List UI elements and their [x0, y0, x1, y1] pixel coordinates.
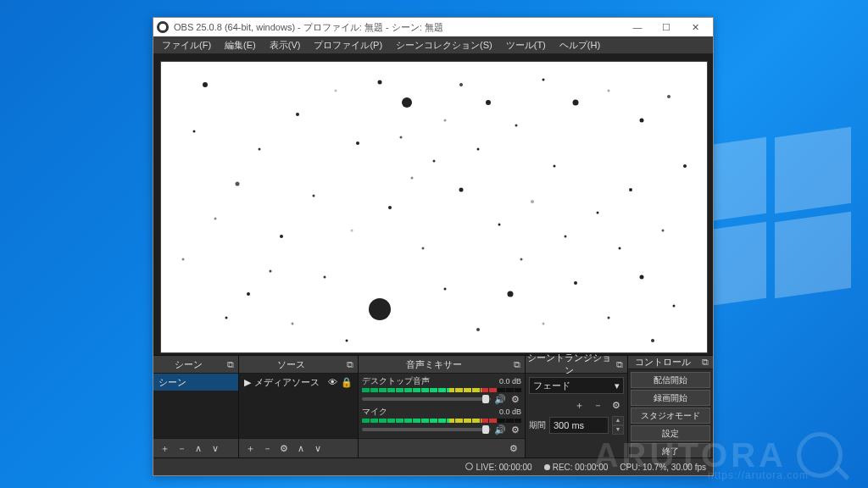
controls-title: コントロール — [628, 356, 698, 369]
watermark: ARUTORA https://arutora.com — [594, 432, 843, 478]
add-scene-button[interactable]: ＋ — [157, 441, 172, 456]
audio-mixer-panel: 音声ミキサー⧉ デスクトップ音声0.0 dB🔊⚙マイク0.0 dB🔊⚙メディアソ… — [359, 356, 526, 458]
duration-input[interactable]: 300 ms — [549, 417, 609, 434]
sources-list[interactable]: ▶ メディアソース 👁 🔒 — [239, 374, 358, 438]
titlebar[interactable]: OBS 25.0.8 (64-bit, windows) - プロファイル: 無… — [153, 18, 713, 36]
channel-db: 0.0 dB — [499, 377, 521, 385]
chevron-down-icon: ▾ — [615, 380, 620, 391]
start-stream-button[interactable]: 配信開始 — [631, 372, 710, 388]
remove-source-button[interactable]: － — [259, 441, 275, 456]
scenes-list[interactable]: シーン — [153, 374, 238, 438]
mixer-channel: マイク0.0 dB🔊⚙ — [362, 406, 521, 435]
popout-icon[interactable]: ⧉ — [698, 357, 713, 368]
add-transition-button[interactable]: ＋ — [571, 397, 587, 413]
menu-edit[interactable]: 編集(E) — [220, 37, 261, 53]
popout-icon[interactable]: ⧉ — [223, 359, 238, 370]
lock-icon[interactable]: 🔒 — [341, 377, 353, 388]
source-properties-button[interactable]: ⚙ — [276, 441, 292, 456]
source-item[interactable]: ▶ メディアソース 👁 🔒 — [239, 374, 358, 391]
scene-down-button[interactable]: ∨ — [208, 441, 223, 456]
live-status: LIVE: 00:00:00 — [465, 463, 531, 472]
preview-canvas[interactable] — [160, 61, 708, 353]
close-button[interactable]: ✕ — [681, 18, 709, 36]
source-down-button[interactable]: ∨ — [310, 441, 326, 456]
vu-meter — [362, 419, 521, 423]
mixer-title: 音声ミキサー — [359, 358, 509, 371]
window-title: OBS 25.0.8 (64-bit, windows) - プロファイル: 無… — [174, 21, 443, 34]
start-record-button[interactable]: 録画開始 — [631, 390, 710, 406]
scenes-title: シーン — [153, 358, 223, 371]
menu-profile[interactable]: プロファイル(P) — [309, 37, 387, 53]
channel-name: デスクトップ音声 — [362, 375, 499, 387]
preview-area — [153, 54, 713, 355]
speaker-icon[interactable]: 🔊 — [494, 424, 506, 435]
remove-transition-button[interactable]: － — [590, 397, 605, 413]
menu-help[interactable]: ヘルプ(H) — [554, 37, 605, 53]
menu-scene-collection[interactable]: シーンコレクション(S) — [391, 37, 498, 53]
source-name: メディアソース — [254, 376, 328, 389]
vu-meter — [362, 388, 521, 392]
channel-name: マイク — [362, 406, 499, 418]
volume-slider[interactable] — [362, 397, 491, 401]
menu-view[interactable]: 表示(V) — [264, 37, 306, 53]
menu-tools[interactable]: ツール(T) — [501, 37, 551, 53]
remove-scene-button[interactable]: － — [174, 441, 189, 456]
play-icon: ▶ — [244, 377, 251, 388]
windows-logo — [690, 132, 860, 302]
scenes-panel: シーン⧉ シーン ＋ － ∧ ∨ — [153, 356, 239, 458]
volume-slider[interactable] — [362, 428, 491, 431]
transition-select[interactable]: フェード▾ — [529, 377, 624, 394]
source-up-button[interactable]: ∧ — [293, 441, 309, 456]
gear-icon[interactable]: ⚙ — [509, 424, 521, 435]
gear-icon[interactable]: ⚙ — [509, 393, 521, 405]
eye-icon[interactable]: 👁 — [328, 377, 337, 387]
sources-panel: ソース⧉ ▶ メディアソース 👁 🔒 ＋ － ⚙ ∧ ∨ — [239, 356, 359, 458]
obs-window: OBS 25.0.8 (64-bit, windows) - プロファイル: 無… — [153, 17, 714, 476]
mixer-channel: デスクトップ音声0.0 dB🔊⚙ — [362, 375, 521, 405]
minimize-button[interactable]: — — [623, 18, 652, 36]
sources-title: ソース — [239, 358, 342, 371]
studio-mode-button[interactable]: スタジオモード — [631, 408, 710, 424]
menu-file[interactable]: ファイル(F) — [157, 37, 216, 53]
mixer-settings-button[interactable]: ⚙ — [506, 441, 521, 456]
popout-icon[interactable]: ⧉ — [509, 359, 525, 370]
spin-up-button[interactable]: ▲ — [612, 416, 624, 425]
menubar: ファイル(F) 編集(E) 表示(V) プロファイル(P) シーンコレクション(… — [153, 36, 713, 54]
transition-properties-button[interactable]: ⚙ — [609, 397, 624, 413]
obs-logo-icon — [157, 21, 169, 33]
add-source-button[interactable]: ＋ — [242, 441, 258, 456]
speaker-icon[interactable]: 🔊 — [494, 393, 506, 405]
channel-db: 0.0 dB — [499, 408, 521, 416]
scene-up-button[interactable]: ∧ — [191, 441, 206, 456]
popout-icon[interactable]: ⧉ — [612, 359, 627, 370]
popout-icon[interactable]: ⧉ — [342, 359, 358, 370]
maximize-button[interactable]: ☐ — [652, 18, 681, 36]
duration-label: 期間 — [529, 419, 546, 431]
scene-item[interactable]: シーン — [153, 374, 238, 391]
